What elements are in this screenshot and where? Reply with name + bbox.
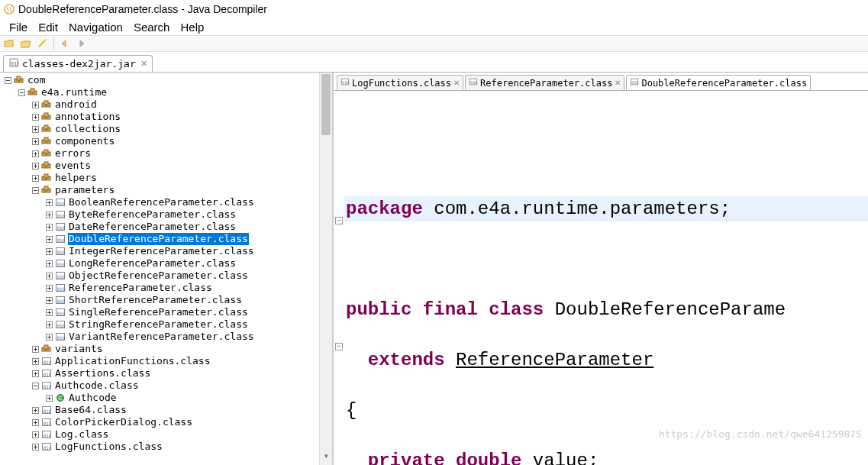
expand-icon[interactable] <box>31 430 40 439</box>
expand-icon[interactable] <box>31 161 40 170</box>
expand-icon[interactable] <box>31 149 40 158</box>
close-icon[interactable]: ✕ <box>140 59 147 69</box>
expand-icon[interactable] <box>31 405 40 415</box>
svg-text:010: 010 <box>44 445 52 450</box>
menu-help[interactable]: Help <box>176 19 208 35</box>
collapse-icon[interactable] <box>31 381 40 390</box>
package-icon <box>40 147 53 160</box>
file-tab[interactable]: 010 classes-dex2jar.jar ✕ <box>3 55 153 72</box>
tree-node-long-ref[interactable]: 010LongReferenceParameter.class <box>2 257 332 270</box>
tree-node-object-ref[interactable]: 010ObjectReferenceParameter.class <box>2 270 332 282</box>
expand-icon[interactable] <box>44 198 53 207</box>
tree-node-colorpicker[interactable]: 010ColorPickerDialog.class <box>2 416 332 428</box>
menu-file[interactable]: File <box>5 19 32 35</box>
expand-icon[interactable] <box>44 295 53 305</box>
tree-node-runtime[interactable]: e4a.runtime <box>2 86 332 98</box>
expand-icon[interactable] <box>44 320 53 329</box>
expand-icon[interactable] <box>31 124 40 134</box>
tab-logfunctions[interactable]: 010LogFunctions.class✕ <box>337 75 463 90</box>
expand-icon[interactable] <box>44 222 53 231</box>
tree-node-assertions[interactable]: 010Assertions.class <box>2 367 332 379</box>
expand-icon[interactable] <box>44 283 53 292</box>
svg-text:010: 010 <box>57 274 66 279</box>
collapse-icon[interactable] <box>17 88 26 97</box>
close-icon[interactable]: ✕ <box>453 79 460 87</box>
expand-icon[interactable] <box>31 112 40 121</box>
expand-icon[interactable] <box>31 357 40 366</box>
collapse-icon[interactable] <box>3 76 12 85</box>
code-editor[interactable]: − − package com.e4a.runtime.parameters; … <box>334 91 868 465</box>
tree-node-annotations[interactable]: annotations <box>2 111 332 123</box>
tree-node-appfn[interactable]: 010ApplicationFunctions.class <box>2 355 332 367</box>
menu-search[interactable]: Search <box>129 19 175 35</box>
menu-navigation[interactable]: Navigation <box>64 19 127 35</box>
tree-node-boolean-ref[interactable]: 010BooleanReferenceParameter.class <box>2 196 332 208</box>
expand-icon[interactable] <box>44 308 53 317</box>
tree-node-components[interactable]: components <box>2 135 332 147</box>
tab-doublereferenceparameter[interactable]: 010DoubleReferenceParameter.class <box>626 75 811 90</box>
menu-edit[interactable]: Edit <box>34 19 63 35</box>
tree-node-variant-ref[interactable]: 010VariantReferenceParameter.class <box>2 331 332 343</box>
tree-node-base64[interactable]: 010Base64.class <box>2 404 332 416</box>
menubar: File Edit Navigation Search Help <box>0 18 868 35</box>
tree-node-reference[interactable]: 010ReferenceParameter.class <box>2 282 332 294</box>
collapse-icon[interactable] <box>31 186 40 195</box>
open-folder-icon[interactable] <box>2 37 17 50</box>
tree-node-logfn[interactable]: 010LogFunctions.class <box>2 441 332 453</box>
tree-node-byte-ref[interactable]: 010ByteReferenceParameter.class <box>2 208 332 221</box>
tree-node-variants[interactable]: variants <box>2 343 332 355</box>
class-icon: 010 <box>54 208 66 221</box>
titlebar: DoubleReferenceParameter.class - Java De… <box>0 0 868 18</box>
tree-node-integer-ref[interactable]: 010IntegerReferenceParameter.class <box>2 245 332 257</box>
open-file-icon[interactable] <box>18 37 34 50</box>
fold-icon[interactable]: − <box>335 217 343 224</box>
tree-node-events[interactable]: events <box>2 160 332 172</box>
expand-icon[interactable] <box>44 210 53 219</box>
wand-icon[interactable] <box>35 37 50 50</box>
expand-icon[interactable] <box>31 100 40 109</box>
tree-node-authcode[interactable]: 010Authcode.class <box>2 379 332 392</box>
window-title: DoubleReferenceParameter.class - Java De… <box>18 3 267 15</box>
svg-rect-37 <box>44 137 48 141</box>
tree-node-collections[interactable]: collections <box>2 123 332 135</box>
expand-icon[interactable] <box>44 332 53 341</box>
code-line: { <box>334 398 868 423</box>
expand-icon[interactable] <box>31 418 40 427</box>
svg-text:010: 010 <box>11 61 19 67</box>
expand-icon[interactable] <box>31 173 40 182</box>
scroll-down-icon[interactable]: ▾ <box>320 452 332 465</box>
tree-node-short-ref[interactable]: 010ShortReferenceParameter.class <box>2 294 332 306</box>
expand-icon[interactable] <box>44 393 53 402</box>
tree-node-helpers[interactable]: helpers <box>2 172 332 184</box>
expand-icon[interactable] <box>44 234 53 244</box>
tree-node-single-ref[interactable]: 010SingleReferenceParameter.class <box>2 306 332 318</box>
forward-icon[interactable] <box>74 37 89 50</box>
expand-icon[interactable] <box>31 369 40 378</box>
tree-node-errors[interactable]: errors <box>2 147 332 160</box>
toolbar-separator <box>53 37 54 50</box>
class-icon: 010 <box>40 367 53 379</box>
tree-node-authcode-member[interactable]: CAuthcode <box>2 392 332 404</box>
tree-node-double-ref[interactable]: 010DoubleReferenceParameter.class <box>2 233 332 245</box>
fold-icon[interactable]: − <box>335 343 343 350</box>
back-icon[interactable] <box>57 37 73 50</box>
tree-node-com[interactable]: com <box>2 74 332 86</box>
tab-referenceparameter[interactable]: 010ReferenceParameter.class✕ <box>465 75 624 90</box>
tree-node-parameters[interactable]: parameters <box>2 184 332 196</box>
close-icon[interactable]: ✕ <box>615 79 621 87</box>
tree-node-android[interactable]: android <box>2 98 332 111</box>
svg-text:010: 010 <box>57 201 66 206</box>
tree-node-string-ref[interactable]: 010StringReferenceParameter.class <box>2 318 332 331</box>
class-icon: 010 <box>40 379 53 392</box>
expand-icon[interactable] <box>44 247 53 256</box>
expand-icon[interactable] <box>31 344 40 354</box>
tree-node-date-ref[interactable]: 010DateReferenceParameter.class <box>2 221 332 233</box>
scroll-thumb[interactable] <box>321 74 331 135</box>
expand-icon[interactable] <box>31 442 40 451</box>
tree-node-log[interactable]: 010Log.class <box>2 428 332 441</box>
tree-scrollbar[interactable]: ▴ ▾ <box>319 73 332 465</box>
expand-icon[interactable] <box>44 271 53 280</box>
expand-icon[interactable] <box>31 137 40 146</box>
expand-icon[interactable] <box>44 259 53 268</box>
svg-text:010: 010 <box>57 323 66 328</box>
